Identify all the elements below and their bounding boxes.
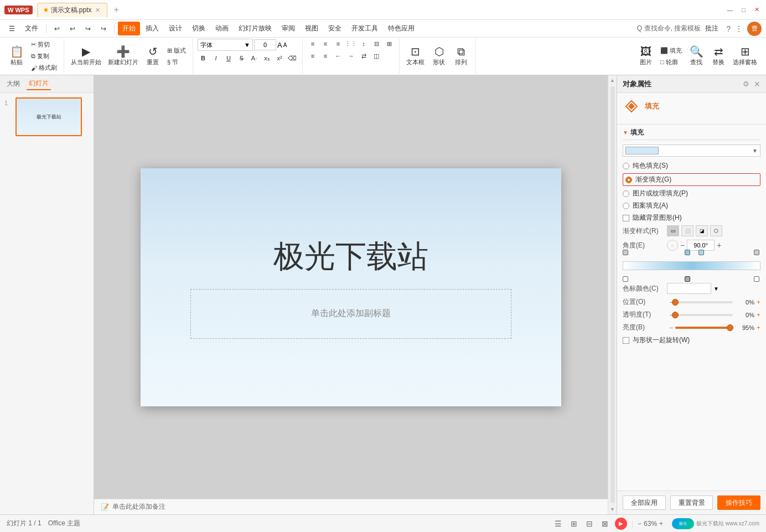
align-center-button[interactable]: ≡	[320, 39, 331, 49]
layout-button[interactable]: ⊞ 版式	[165, 45, 188, 56]
position-thumb[interactable]	[672, 299, 679, 306]
help-button[interactable]: ?	[726, 24, 731, 33]
gradient-radial-button[interactable]: ⬜	[681, 225, 693, 236]
select-pane-button[interactable]: ⊞ 选择窗格	[731, 45, 759, 68]
radio-solid-button[interactable]	[623, 163, 629, 169]
undo2-button[interactable]: ↩	[65, 23, 80, 35]
cut-button[interactable]: ✂ 剪切	[29, 39, 59, 50]
radio-pattern-button[interactable]	[623, 203, 629, 209]
menu-insert[interactable]: 插入	[141, 22, 163, 35]
slide-title[interactable]: 极光下载站	[273, 236, 428, 278]
menu-animation[interactable]: 动画	[211, 22, 233, 35]
rotate-checkbox[interactable]	[623, 337, 629, 344]
gradient-stop-top-right[interactable]	[754, 250, 759, 255]
angle-input[interactable]	[687, 240, 715, 251]
view-normal-button[interactable]: ⊞	[568, 518, 579, 529]
gradient-path-button[interactable]: ⬡	[710, 225, 722, 236]
brightness-slider[interactable]	[675, 327, 733, 329]
position-plus[interactable]: +	[757, 298, 760, 306]
gradient-stop-selected[interactable]	[685, 276, 690, 282]
indent-decrease-button[interactable]: ←	[333, 51, 344, 61]
line-spacing-button[interactable]: ↕	[358, 39, 369, 49]
note-placeholder[interactable]: 单击此处添加备注	[112, 502, 165, 512]
gradient-bar[interactable]	[623, 261, 760, 270]
stop-color-dropdown[interactable]	[667, 283, 711, 294]
checkbox-hide-bg[interactable]: 隐藏背景图形(H)	[623, 213, 760, 223]
user-avatar[interactable]: 曹	[747, 22, 762, 36]
maximize-button[interactable]: □	[739, 6, 748, 14]
outline-button[interactable]: □ 轮廓	[658, 57, 684, 68]
reset-bg-button[interactable]: 重置背景	[670, 495, 713, 510]
brightness-thumb[interactable]	[727, 324, 733, 331]
angle-minus-button[interactable]: −	[680, 241, 685, 250]
canvas-scrollbar[interactable]: ▲ ▼	[608, 75, 617, 514]
zoom-out-button[interactable]: −	[638, 520, 641, 528]
panel-settings-icon[interactable]: ⚙	[743, 80, 749, 88]
tab-close-icon[interactable]: ✕	[95, 7, 100, 14]
new-slide-button[interactable]: ➕ 新建幻灯片	[106, 45, 141, 68]
redo2-button[interactable]: ↪	[96, 23, 111, 35]
arrange-button[interactable]: ⧉ 排列	[451, 45, 471, 68]
tab-slides[interactable]: 幻灯片	[27, 78, 51, 90]
paste-button[interactable]: 📋 粘贴	[7, 45, 27, 68]
radio-gradient-fill[interactable]: 渐变填充(G)	[623, 173, 760, 186]
fill-button[interactable]: ⬛ 填充	[658, 45, 684, 56]
start-slide-button[interactable]: ▶ 从当前开始	[69, 45, 103, 68]
menu-design[interactable]: 设计	[164, 22, 187, 35]
shape-button[interactable]: ⬡ 形状	[429, 45, 449, 68]
menu-security[interactable]: 安全	[324, 22, 346, 35]
section-button[interactable]: § 节	[165, 57, 188, 68]
menu-file[interactable]: 文件	[20, 22, 43, 35]
canvas-scroll[interactable]: 极光下载站 单击此处添加副标题	[94, 75, 608, 499]
scroll-track[interactable]	[610, 86, 615, 503]
font-family-dropdown[interactable]: 字体▼	[198, 39, 253, 51]
menu-view[interactable]: 视图	[301, 22, 323, 35]
fill-color-dropdown[interactable]: ▼	[623, 144, 760, 157]
smart-art-button[interactable]: ◫	[371, 51, 382, 61]
radio-solid-fill[interactable]: 纯色填充(S)	[623, 161, 760, 171]
indent-button[interactable]: ⊞	[384, 39, 395, 49]
zoom-in-button[interactable]: +	[659, 520, 663, 528]
play-slideshow-button[interactable]: ▶	[615, 518, 627, 530]
indent-increase-button[interactable]: →	[345, 51, 356, 61]
close-button[interactable]: ✕	[752, 5, 762, 14]
gradient-stop-top-left[interactable]	[623, 250, 628, 255]
reset-button[interactable]: ↺ 重置	[143, 45, 163, 68]
wps-logo[interactable]: W WPS	[4, 6, 33, 14]
fill-tab-icon[interactable]	[623, 97, 640, 115]
find-button[interactable]: 🔍 查找	[686, 45, 706, 68]
text-dir-button[interactable]: ⇄	[358, 51, 369, 61]
operation-tips-button[interactable]: 操作技巧	[717, 495, 760, 510]
more-menu-button[interactable]: ⋮	[735, 24, 743, 33]
undo-button[interactable]: ↩	[50, 23, 64, 35]
color-dropdown-arrow[interactable]: ▼	[713, 286, 719, 292]
view-sorter-button[interactable]: ⊠	[599, 518, 610, 529]
shadow-button[interactable]: A·	[249, 53, 260, 63]
slide-thumbnail[interactable]: 极光下载站	[15, 97, 82, 136]
slide-subtitle-placeholder[interactable]: 单击此处添加副标题	[190, 289, 511, 339]
slide-canvas[interactable]: 极光下载站 单击此处添加副标题	[141, 168, 561, 406]
menu-slideshow[interactable]: 幻灯片放映	[234, 22, 276, 35]
view-grid-button[interactable]: ⊟	[584, 518, 595, 529]
position-slider[interactable]	[675, 301, 733, 303]
brightness-plus[interactable]: +	[757, 324, 760, 332]
menu-hamburger[interactable]: ☰	[4, 23, 19, 35]
scroll-down-button[interactable]: ▼	[609, 505, 616, 513]
font-size-down[interactable]: A	[283, 42, 287, 48]
gradient-angle-button[interactable]: ◪	[696, 225, 708, 236]
align-right-button[interactable]: ≡	[333, 39, 344, 49]
font-size-up[interactable]: A	[277, 41, 282, 49]
rotate-with-shape-row[interactable]: 与形状一起旋转(W)	[623, 335, 760, 345]
angle-plus-button[interactable]: +	[717, 241, 721, 250]
radio-pattern-fill[interactable]: 图案填充(A)	[623, 201, 760, 210]
list-item[interactable]: 1 极光下载站	[4, 97, 89, 136]
active-tab[interactable]: 演示文稿.pptx ✕	[37, 3, 107, 17]
subscript-button[interactable]: x₂	[261, 53, 272, 63]
new-tab-button[interactable]: +	[112, 3, 121, 17]
gradient-stop-right[interactable]	[754, 276, 759, 282]
angle-circle[interactable]: ○	[667, 240, 678, 251]
gradient-stop-top-mid[interactable]	[685, 250, 690, 255]
radio-picture-button[interactable]	[623, 190, 629, 197]
num-list-button[interactable]: ≡	[320, 51, 331, 61]
minimize-button[interactable]: —	[724, 6, 735, 14]
